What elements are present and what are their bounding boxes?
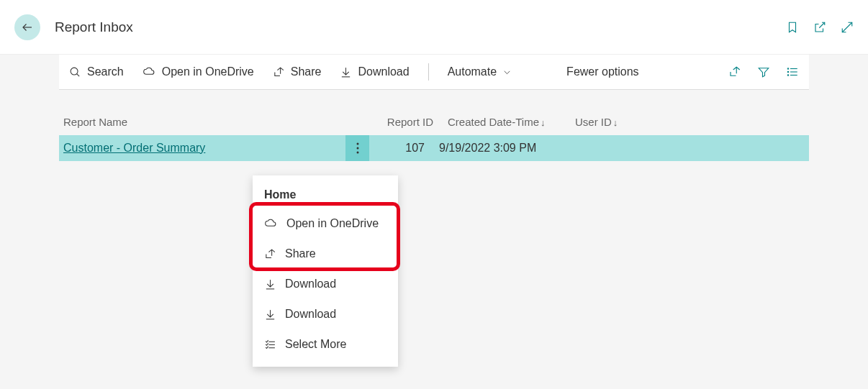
toolbar: Search Open in OneDrive Share Download A… xyxy=(59,55,809,90)
download-icon xyxy=(264,278,276,290)
more-actions-button[interactable] xyxy=(345,135,369,161)
sort-down-icon: ↓ xyxy=(541,117,546,128)
download-icon xyxy=(340,66,352,78)
cell-created-date: 9/19/2022 3:09 PM xyxy=(425,142,564,155)
chevron-down-icon xyxy=(502,68,512,77)
cell-report-name: Customer - Order Summary xyxy=(59,142,306,155)
search-button[interactable]: Search xyxy=(69,65,124,78)
app-header: Report Inbox xyxy=(0,0,868,55)
share-action-button[interactable] xyxy=(728,65,741,78)
cell-report-id: 107 xyxy=(369,142,425,155)
share-icon xyxy=(273,66,285,78)
filter-icon xyxy=(757,65,770,78)
share-icon xyxy=(728,65,741,78)
col-date-label: Created Date-Time xyxy=(448,116,539,128)
ctx-select-more[interactable]: Select More xyxy=(253,329,398,360)
ctx-share[interactable]: Share xyxy=(253,239,398,269)
expand-icon xyxy=(841,21,854,34)
content-area: Report Name Report ID Created Date-Time↓… xyxy=(59,109,809,161)
col-header-name[interactable]: Report Name xyxy=(63,116,378,128)
col-header-date[interactable]: Created Date-Time↓ xyxy=(433,116,572,128)
svg-line-2 xyxy=(77,73,80,76)
share-icon xyxy=(264,248,276,260)
col-header-user[interactable]: User ID↓ xyxy=(572,116,630,128)
svg-point-11 xyxy=(787,71,789,73)
svg-point-14 xyxy=(356,147,358,150)
onedrive-label: Open in OneDrive xyxy=(162,65,254,78)
ctx-download-1[interactable]: Download xyxy=(253,269,398,299)
table-row[interactable]: Customer - Order Summary 107 9/19/2022 3… xyxy=(59,135,809,161)
col-header-id[interactable]: Report ID xyxy=(378,116,433,128)
popup-button[interactable] xyxy=(813,21,826,34)
header-left: Report Inbox xyxy=(14,14,133,40)
col-id-label: Report ID xyxy=(387,116,433,128)
cloud-icon xyxy=(143,66,156,78)
toolbar-left: Search Open in OneDrive Share Download A… xyxy=(69,63,639,81)
ctx-download-2[interactable]: Download xyxy=(253,299,398,329)
svg-point-12 xyxy=(787,75,789,76)
page-title: Report Inbox xyxy=(55,19,133,35)
col-user-label: User ID xyxy=(575,116,612,128)
download-label: Download xyxy=(358,65,409,78)
expand-button[interactable] xyxy=(841,21,854,34)
bookmark-icon xyxy=(786,21,799,34)
svg-point-10 xyxy=(787,68,789,70)
list-checked-icon xyxy=(264,339,276,351)
ctx-selectmore-label: Select More xyxy=(285,338,346,351)
ctx-download2-label: Download xyxy=(285,308,336,321)
col-name-label: Report Name xyxy=(63,116,127,128)
bookmark-button[interactable] xyxy=(786,21,799,34)
more-vertical-icon xyxy=(356,142,359,154)
automate-label: Automate xyxy=(448,65,497,78)
table-header: Report Name Report ID Created Date-Time↓… xyxy=(59,109,809,135)
ctx-download1-label: Download xyxy=(285,278,336,290)
back-button[interactable] xyxy=(14,14,40,40)
header-right xyxy=(786,21,854,34)
download-button[interactable]: Download xyxy=(340,65,409,78)
svg-point-1 xyxy=(71,68,78,75)
toolbar-right xyxy=(728,65,799,78)
ctx-onedrive-label: Open in OneDrive xyxy=(286,217,379,230)
context-menu: Home Open in OneDrive Share Download Dow… xyxy=(253,175,398,367)
ctx-share-label: Share xyxy=(285,247,316,260)
automate-button[interactable]: Automate xyxy=(448,65,512,78)
search-icon xyxy=(69,66,81,78)
report-link[interactable]: Customer - Order Summary xyxy=(63,142,205,154)
share-button[interactable]: Share xyxy=(273,65,322,78)
onedrive-button[interactable]: Open in OneDrive xyxy=(143,65,254,78)
arrow-left-icon xyxy=(21,21,34,34)
list-view-button[interactable] xyxy=(786,65,799,78)
list-icon xyxy=(786,65,799,78)
download-icon xyxy=(264,308,276,321)
svg-point-13 xyxy=(356,143,358,145)
toolbar-divider xyxy=(428,63,429,81)
svg-point-15 xyxy=(356,152,358,154)
external-link-icon xyxy=(813,21,826,34)
context-menu-header: Home xyxy=(253,183,398,209)
fewer-options-button[interactable]: Fewer options xyxy=(566,65,639,78)
filter-button[interactable] xyxy=(757,65,770,78)
sort-down-icon: ↓ xyxy=(613,117,618,128)
search-label: Search xyxy=(87,65,124,78)
share-label: Share xyxy=(291,65,322,78)
cloud-icon xyxy=(264,218,278,230)
fewer-options-label: Fewer options xyxy=(566,65,639,78)
ctx-open-in-onedrive[interactable]: Open in OneDrive xyxy=(253,209,398,239)
